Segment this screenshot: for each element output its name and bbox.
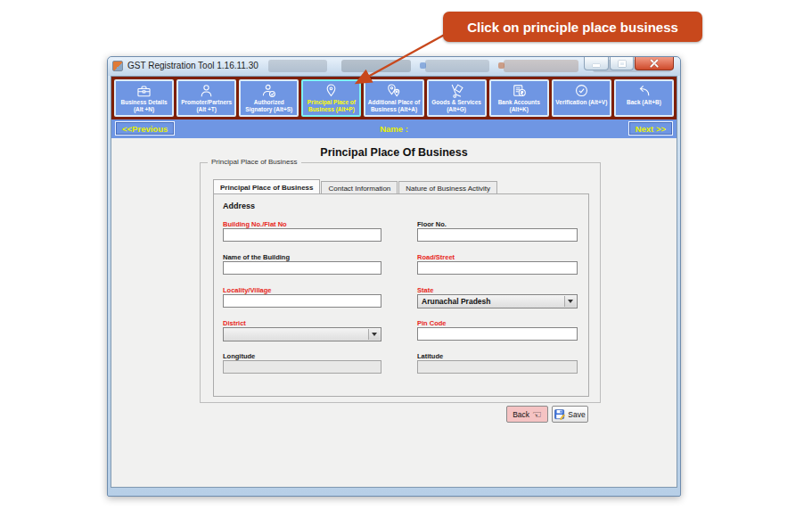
longitude-field (223, 360, 381, 374)
toolbar-button-label: Promoter/Partners (Alt +T) (178, 99, 234, 113)
back-arrow-icon (635, 82, 653, 99)
floor-no-label: Floor No. (417, 220, 447, 228)
address-tab-panel: Address Building No./Flat No Floor No. N… (213, 193, 589, 397)
back-button-label: Back (513, 410, 529, 419)
district-select[interactable] (223, 327, 381, 341)
building-no-label: Building No./Flat No (223, 220, 287, 228)
pin-code-label: Pin Code (417, 319, 447, 327)
toolbar-button-principal-place-of-business[interactable]: Principal Place of Business (Alt+P) (301, 79, 361, 117)
pointing-hand-icon: ☜ (532, 409, 542, 420)
toolbar-button-label: Authorized Signatory (Alt+S) (241, 99, 297, 113)
trolley-icon (447, 82, 466, 99)
check-circle-icon (572, 82, 591, 99)
chevron-down-icon (368, 329, 380, 340)
save-button[interactable]: Save (552, 406, 588, 423)
state-label: State (417, 286, 433, 294)
person-check-icon (259, 82, 278, 99)
address-section-label: Address (223, 202, 255, 210)
latitude-label: Latitude (417, 352, 443, 360)
chevron-down-icon (564, 296, 576, 307)
back-button[interactable]: Back ☜ (506, 406, 548, 423)
road-street-field[interactable] (417, 261, 578, 275)
building-name-field[interactable] (223, 261, 381, 275)
maximize-icon (619, 61, 626, 67)
toolbar-button-label: Additional Place of Business (Alt+A) (365, 99, 422, 113)
toolbar-button-label: Verification (Alt+V) (554, 99, 608, 106)
background-tab (504, 60, 578, 72)
form-tabs: Principal Place of Business Contact Info… (213, 179, 498, 194)
save-button-label: Save (568, 410, 585, 419)
toolbar-button-verification[interactable]: Verification (Alt+V) (552, 79, 611, 117)
building-name-label: Name of the Building (223, 253, 290, 261)
save-floppy-icon (554, 409, 565, 420)
tutorial-callout: Click on principle place business (443, 12, 702, 42)
location-pins-icon (384, 82, 403, 99)
toolbar-button-label: Principal Place of Business (Alt+P) (303, 99, 359, 113)
close-icon (650, 59, 659, 68)
tab-contact-information[interactable]: Contact Information (321, 181, 398, 194)
person-icon (197, 82, 216, 99)
tutorial-callout-text: Click on principle place business (467, 20, 678, 35)
toolbar-button-label: Goods & Services (Alt+G) (429, 99, 485, 113)
app-icon (112, 61, 123, 71)
wizard-navbar: <<Previous Name : Next >> (111, 119, 677, 138)
previous-button[interactable]: <<Previous (115, 121, 175, 136)
window-controls (583, 57, 674, 70)
form-content: Principal Place Of Business Principal Pl… (111, 138, 677, 487)
window-title: GST Registration Tool 1.16.11.30 (127, 61, 258, 70)
name-label: Name : (111, 124, 677, 134)
window-client-area: Business Details (Alt +N) Promoter/Partn… (111, 76, 677, 488)
background-tab (425, 60, 489, 72)
page-title: Principal Place Of Business (111, 146, 677, 159)
bank-rupee-icon (510, 82, 529, 99)
longitude-label: Longitude (223, 352, 255, 360)
pin-code-field[interactable] (417, 327, 578, 341)
toolbar-button-bank-accounts[interactable]: Bank Accounts (Alt+K) (489, 79, 549, 117)
next-button[interactable]: Next >> (628, 121, 673, 136)
screenshot-canvas: Click on principle place business GST Re… (0, 0, 812, 510)
groupbox-label: Principal Place of Business (208, 158, 301, 166)
background-dot (420, 62, 426, 69)
locality-field[interactable] (223, 294, 381, 308)
app-window: GST Registration Tool 1.16.11.30 Busines… (107, 56, 681, 497)
toolbar-button-business-details[interactable]: Business Details (Alt +N) (114, 79, 174, 117)
toolbar-button-goods-services[interactable]: Goods & Services (Alt+G) (427, 79, 487, 117)
district-label: District (223, 319, 246, 327)
location-pin-icon (322, 82, 340, 99)
state-select[interactable]: Arunachal Pradesh (417, 294, 578, 308)
building-no-field[interactable] (223, 228, 381, 242)
minimize-icon (593, 64, 600, 67)
latitude-field (417, 360, 578, 374)
maximize-button[interactable] (610, 57, 634, 70)
main-toolbar: Business Details (Alt +N) Promoter/Partn… (111, 77, 677, 119)
window-titlebar[interactable]: GST Registration Tool 1.16.11.30 (108, 57, 680, 76)
toolbar-button-authorized-signatory[interactable]: Authorized Signatory (Alt+S) (239, 79, 299, 117)
close-button[interactable] (635, 57, 674, 70)
toolbar-button-label: Back (Alt+B) (626, 99, 662, 106)
road-street-label: Road/Street (417, 253, 455, 261)
principal-place-groupbox: Principal Place of Business Principal Pl… (200, 162, 601, 403)
background-dot (498, 62, 504, 69)
tab-nature-of-business-activity[interactable]: Nature of Business Activity (398, 181, 497, 194)
state-selected-value: Arunachal Pradesh (422, 297, 490, 306)
toolbar-button-label: Bank Accounts (Alt+K) (491, 99, 547, 113)
toolbar-button-label: Business Details (Alt +N) (116, 99, 172, 113)
toolbar-button-back[interactable]: Back (Alt+B) (614, 79, 674, 117)
toolbar-button-promoter-partners[interactable]: Promoter/Partners (Alt +T) (176, 79, 236, 117)
tab-principal-place-of-business[interactable]: Principal Place of Business (213, 179, 320, 194)
toolbar-button-additional-place-of-business[interactable]: Additional Place of Business (Alt+A) (364, 79, 423, 117)
briefcase-icon (135, 82, 153, 99)
minimize-button[interactable] (584, 57, 609, 70)
locality-label: Locality/Village (223, 286, 271, 294)
floor-no-field[interactable] (417, 228, 578, 242)
background-tab (268, 60, 327, 72)
background-tab (341, 60, 411, 72)
